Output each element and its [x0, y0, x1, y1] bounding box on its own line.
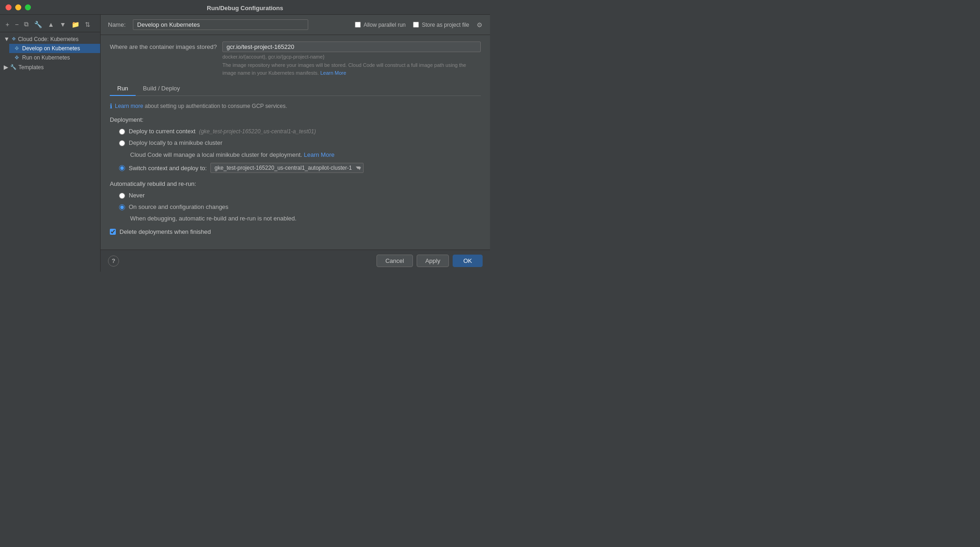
switch-context-radio[interactable]: [119, 165, 125, 171]
container-images-right: docker.io/{account}, gcr.io/{gcp-project…: [222, 42, 481, 77]
title-bar: Run/Debug Configurations: [0, 0, 490, 15]
deploy-current-context-label: Deploy to current context: [129, 128, 196, 135]
container-images-learn-more[interactable]: Learn More: [320, 70, 346, 76]
remove-config-button[interactable]: −: [13, 20, 20, 29]
maximize-button[interactable]: [25, 4, 31, 10]
deploy-minikube-label: Deploy locally to a minikube cluster: [129, 139, 222, 146]
allow-parallel-run-label: Allow parallel run: [364, 22, 406, 28]
name-input[interactable]: [133, 19, 308, 30]
run-kubernetes-label: Run on Kubernetes: [22, 54, 70, 61]
window-controls: [6, 4, 31, 10]
info-banner: ℹ Learn more about setting up authentica…: [110, 102, 481, 110]
develop-kubernetes-label: Develop on Kubernetes: [22, 45, 80, 52]
auto-rebuild-source-subtext: When debugging, automatic re-build and r…: [130, 215, 297, 222]
info-banner-text: Learn more about setting up authenticati…: [115, 103, 287, 109]
store-project-file-group: Store as project file: [413, 22, 469, 28]
move-up-button[interactable]: ▲: [46, 20, 56, 29]
switch-context-label: Switch context and deploy to:: [129, 165, 207, 172]
auto-rebuild-source-subtext-wrap: When debugging, automatic re-build and r…: [119, 215, 297, 222]
apply-button[interactable]: Apply: [417, 255, 449, 267]
sidebar-children-cloud-code: ❖ Develop on Kubernetes ❖ Run on Kuberne…: [0, 44, 100, 62]
deployment-section-label: Deployment:: [110, 116, 481, 123]
expand-arrow-cloud-code: ▼: [4, 36, 10, 42]
auto-rebuild-never-radio[interactable]: [119, 193, 125, 199]
run-kubernetes-icon: ❖: [13, 54, 20, 61]
window-title: Run/Debug Configurations: [207, 5, 283, 12]
deploy-current-context-content: Deploy to current context (gke_test-proj…: [129, 128, 316, 135]
settings-config-button[interactable]: 🔧: [32, 20, 44, 29]
store-project-file-label: Store as project file: [422, 22, 469, 28]
store-project-file-checkbox[interactable]: [413, 22, 419, 28]
delete-deployments-checkbox[interactable]: [110, 229, 116, 235]
tab-run[interactable]: Run: [110, 82, 136, 96]
move-down-button[interactable]: ▼: [58, 20, 68, 29]
container-images-input[interactable]: [222, 42, 481, 52]
sidebar-item-develop-kubernetes[interactable]: ❖ Develop on Kubernetes: [9, 44, 100, 53]
allow-parallel-run-checkbox[interactable]: [355, 22, 361, 28]
auto-rebuild-source-label: On source and configuration changes: [129, 203, 228, 210]
cloud-code-icon: ❖: [12, 36, 16, 42]
footer: ? Cancel Apply OK: [101, 250, 490, 272]
auto-rebuild-section: Automatically rebuild and re-run: Never …: [110, 180, 481, 222]
delete-deployments-row: Delete deployments when finished: [110, 228, 481, 235]
sidebar-group-templates: ▶ 🔧 Templates: [0, 62, 100, 72]
deploy-current-context-hint: (gke_test-project-165220_us-central1-a_t…: [199, 128, 316, 135]
sidebar-group-header-templates[interactable]: ▶ 🔧 Templates: [0, 62, 100, 72]
info-icon: ℹ: [110, 102, 112, 110]
tabs: Run Build / Deploy: [110, 82, 481, 96]
sidebar-toolbar: + − ⧉ 🔧 ▲ ▼ 📁 ⇅: [0, 18, 100, 32]
deploy-minikube-desc: Cloud Code will manage a local minikube …: [130, 151, 302, 158]
develop-kubernetes-icon: ❖: [13, 45, 20, 52]
deploy-minikube-learn-more[interactable]: Learn More: [304, 151, 334, 158]
container-images-desc: The image repository where your images w…: [222, 61, 481, 77]
tab-build-deploy[interactable]: Build / Deploy: [136, 82, 187, 96]
header-checkboxes: Allow parallel run Store as project file…: [355, 21, 483, 29]
cancel-button[interactable]: Cancel: [376, 255, 412, 267]
content-body: Where are the container images stored? d…: [101, 35, 490, 250]
deploy-current-context-radio[interactable]: [119, 129, 125, 135]
sidebar-item-run-kubernetes[interactable]: ❖ Run on Kubernetes: [9, 53, 100, 62]
close-button[interactable]: [6, 4, 12, 10]
radio-deploy-minikube: Deploy locally to a minikube cluster Clo…: [110, 139, 481, 158]
info-banner-suffix: about setting up authentication to consu…: [143, 103, 287, 109]
delete-deployments-label: Delete deployments when finished: [120, 228, 211, 235]
container-images-row: Where are the container images stored? d…: [110, 42, 481, 77]
sidebar-group-cloud-code: ▼ ❖ Cloud Code: Kubernetes ❖ Develop on …: [0, 34, 100, 62]
auto-rebuild-never-content: Never: [129, 192, 145, 199]
cloud-code-group-label: Cloud Code: Kubernetes: [18, 36, 78, 42]
switch-context-dropdown[interactable]: gke_test-project-165220_us-central1_auto…: [210, 163, 364, 173]
templates-icon: 🔧: [10, 64, 17, 70]
info-learn-more-link[interactable]: Learn more: [115, 103, 143, 109]
sidebar-group-header-cloud-code[interactable]: ▼ ❖ Cloud Code: Kubernetes: [0, 34, 100, 44]
expand-arrow-templates: ▶: [4, 64, 8, 71]
content-header: Name: Allow parallel run Store as projec…: [101, 15, 490, 35]
container-images-hint: docker.io/{account}, gcr.io/{gcp-project…: [222, 54, 481, 59]
allow-parallel-run-group: Allow parallel run: [355, 22, 406, 28]
container-images-label: Where are the container images stored?: [110, 42, 217, 50]
add-config-button[interactable]: +: [4, 20, 11, 29]
sidebar: + − ⧉ 🔧 ▲ ▼ 📁 ⇅ ▼ ❖ Cloud Code: Kubernet…: [0, 15, 101, 272]
project-settings-icon[interactable]: ⚙: [477, 21, 483, 29]
radio-deploy-minikube-row: Deploy locally to a minikube cluster: [119, 139, 222, 146]
radio-never: Never: [110, 192, 481, 199]
main-content: Name: Allow parallel run Store as projec…: [101, 15, 490, 272]
radio-on-source-changes: On source and configuration changes When…: [110, 203, 481, 222]
templates-group-label: Templates: [18, 64, 44, 71]
deploy-minikube-subtext: Cloud Code will manage a local minikube …: [130, 151, 335, 158]
ok-button[interactable]: OK: [453, 255, 483, 267]
sort-button[interactable]: ⇅: [83, 20, 92, 29]
deploy-minikube-subtext-wrap: Cloud Code will manage a local minikube …: [119, 151, 335, 158]
copy-config-button[interactable]: ⧉: [22, 19, 30, 29]
auto-rebuild-section-label: Automatically rebuild and re-run:: [110, 180, 481, 187]
radio-on-source-changes-row: On source and configuration changes: [119, 203, 228, 210]
auto-rebuild-never-label: Never: [129, 192, 145, 199]
switch-context-row: Switch context and deploy to: gke_test-p…: [110, 163, 481, 173]
deploy-minikube-radio[interactable]: [119, 140, 125, 146]
help-button[interactable]: ?: [108, 256, 119, 267]
name-label: Name:: [108, 21, 125, 28]
folder-button[interactable]: 📁: [70, 20, 81, 29]
minimize-button[interactable]: [15, 4, 21, 10]
auto-rebuild-source-radio[interactable]: [119, 204, 125, 210]
radio-deploy-current-context: Deploy to current context (gke_test-proj…: [110, 128, 481, 135]
